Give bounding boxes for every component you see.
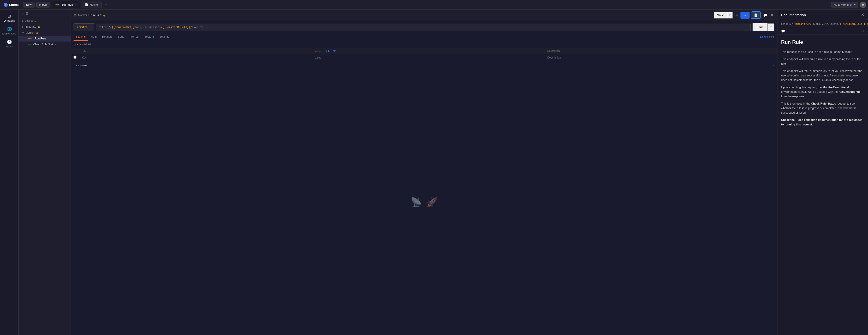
doc-paragraph-4: Upon executing this request, the Monitor…: [781, 85, 864, 99]
new-button[interactable]: New: [23, 2, 34, 7]
method-drop-icon: ▾: [85, 25, 87, 29]
key-input[interactable]: [82, 56, 309, 59]
code-button[interactable]: </>: [770, 35, 775, 39]
collection-integrate[interactable]: ▶ Integrate 🔒: [19, 24, 70, 30]
main-content: ⊞ Monitor / Run Rule 🔒 Save ▾ ✏ → 📋 💬: [71, 9, 868, 335]
tab-settings[interactable]: Settings: [157, 33, 172, 41]
url-input[interactable]: https:// {{MonitorUrl}} /api/v1/rulesets…: [96, 24, 751, 31]
doc-url-var2: {{MonitorRuleId}}: [840, 23, 865, 25]
sidebar-item-collections[interactable]: ⊞ Collections: [0, 11, 19, 24]
collection-item-check-rule-status[interactable]: GET Check Rule Status: [19, 41, 70, 47]
chevron-down-icon: ▶: [22, 32, 25, 34]
request-header-actions: Save ▾ ✏ → 📋 💬 ✕: [714, 11, 775, 19]
main-layout: ⊞ Collections 🌐 Environments 🕐 History +…: [0, 9, 868, 335]
filter-button[interactable]: ☰: [25, 11, 29, 16]
doc-paragraph-3: This endpoint will return immediately to…: [781, 69, 864, 82]
tab-tests[interactable]: Tests: [142, 33, 157, 41]
documentation-button[interactable]: 📋: [751, 11, 761, 19]
collection-item-run-rule[interactable]: POST Run Rule: [19, 36, 70, 41]
response-chevron-icon: ▾: [773, 64, 775, 67]
response-label: Response: [73, 64, 87, 67]
url-var2: {{MonitorRuleId}}: [162, 26, 190, 29]
cookies-button[interactable]: Cookies: [760, 35, 770, 39]
params-table: Key Value ··· Bulk Edit Description: [71, 47, 777, 61]
save-main-button[interactable]: Save: [714, 12, 727, 19]
doc-icon-row: 💬 ℹ: [777, 28, 868, 34]
send-button-group: Send ▾: [752, 23, 775, 31]
sidebar-item-history[interactable]: 🕐 History: [0, 37, 19, 50]
doc-paragraph-2: This endpoint will schedule a rule to ru…: [781, 57, 864, 66]
bulk-edit-button[interactable]: Bulk Edit: [325, 49, 335, 53]
rocket-icon: 🚀: [426, 197, 438, 207]
monitor-tab[interactable]: 📄 Monitor: [82, 1, 102, 8]
close-panel-button[interactable]: ✕: [769, 12, 775, 19]
doc-close-button[interactable]: ✕: [861, 12, 864, 17]
add-tab-button[interactable]: +: [103, 3, 108, 7]
save-dropdown-button[interactable]: ▾: [727, 12, 733, 19]
method-selector[interactable]: POST ▾: [73, 23, 94, 31]
request-header-bar: ⊞ Monitor / Run Rule 🔒 Save ▾ ✏ → 📋 💬: [71, 9, 777, 21]
request-tabs-bar: Params Auth Headers Body Pre-req. Tests …: [71, 33, 777, 41]
desc-input[interactable]: [547, 56, 775, 59]
tab-close-icon[interactable]: ✕: [75, 3, 77, 6]
response-section[interactable]: Response ▾: [71, 61, 777, 69]
tab-method-badge: POST: [55, 3, 61, 6]
doc-chat-icon[interactable]: 💬: [781, 29, 785, 33]
lock-icon: 🔒: [36, 32, 38, 34]
doc-info-icon[interactable]: ℹ: [863, 29, 864, 33]
monitor-collection-label: Monitor: [25, 31, 34, 34]
request-panel: ⊞ Monitor / Run Rule 🔒 Save ▾ ✏ → 📋 💬: [71, 9, 777, 335]
send-dropdown-button[interactable]: ▾: [768, 23, 775, 31]
more-options-icon[interactable]: ···: [321, 49, 324, 53]
sidebar-history-label: History: [6, 45, 13, 48]
doc-url-end: /execute: [865, 23, 868, 25]
active-request-tab[interactable]: POST Run Rule ✕: [52, 1, 80, 8]
breadcrumb: Monitor / Run Rule: [78, 13, 101, 17]
lock-icon: 🔒: [37, 26, 40, 28]
sidebar-item-environments[interactable]: 🌐 Environments: [0, 24, 19, 37]
more-options-button[interactable]: ···: [65, 11, 68, 16]
doc-paragraph-6: Check the Rules collection documentation…: [781, 118, 864, 127]
send-main-button[interactable]: Send: [752, 23, 768, 31]
doc-url-mid: /api/v1/rulesets/: [814, 23, 840, 25]
checkbox-col-header: [71, 47, 79, 54]
doc-url-prefix: https://: [781, 23, 793, 25]
tab-params[interactable]: Params: [73, 33, 88, 41]
collection-assist[interactable]: ▶ Assist 🔒: [19, 18, 70, 24]
chevron-right-icon: ▶: [22, 20, 24, 22]
query-params-section: Query Params Key Value ··· Bulk Edit Des…: [71, 41, 777, 61]
environments-icon: 🌐: [7, 27, 12, 32]
chat-button[interactable]: 💬: [762, 12, 768, 18]
doc-url: https://{{MonitorUrl}}/api/v1/rulesets/{…: [777, 20, 868, 28]
doc-paragraph-5: This is then used in the Check Rule Stat…: [781, 101, 864, 115]
app-name: Loome: [9, 3, 20, 7]
import-button[interactable]: Import: [36, 2, 50, 7]
row-checkbox[interactable]: [73, 56, 76, 59]
environment-selector[interactable]: No Environment ▾: [831, 2, 858, 7]
tab-headers[interactable]: Headers: [99, 33, 115, 41]
collections-icon: ⊞: [7, 13, 11, 19]
doc-req-title: Run Rule: [781, 38, 864, 46]
edit-button[interactable]: ✏: [735, 12, 739, 18]
app-logo-icon: L: [4, 3, 8, 7]
get-method-badge: GET: [26, 43, 32, 46]
user-avatar[interactable]: U: [860, 2, 866, 8]
add-collection-button[interactable]: +: [21, 11, 24, 16]
app-logo[interactable]: L Loome: [2, 3, 21, 7]
collection-monitor[interactable]: ▶ Monitor 🔒: [19, 30, 70, 36]
url-mid: /api/v1/rulesets/: [134, 26, 162, 29]
query-params-header: Query Params: [71, 41, 777, 47]
breadcrumb-root[interactable]: Monitor: [78, 13, 87, 17]
top-bar: L Loome New Import POST Run Rule ✕ 📄 Mon…: [0, 0, 868, 9]
tab-body[interactable]: Body: [115, 33, 127, 41]
forward-button[interactable]: →: [741, 12, 749, 19]
url-bar: POST ▾ https:// {{MonitorUrl}} /api/v1/r…: [71, 21, 777, 33]
tab-prereq[interactable]: Pre-req.: [127, 33, 142, 41]
tab-auth[interactable]: Auth: [88, 33, 99, 41]
value-col-header: Value ··· Bulk Edit: [312, 47, 545, 54]
lock-icon: 🔒: [103, 13, 106, 16]
value-input[interactable]: [314, 56, 542, 59]
monitor-tab-icon: 📄: [85, 3, 88, 6]
doc-paragraph-1: This request can be used to run a rule i…: [781, 50, 864, 54]
key-col-header: Key: [79, 47, 312, 54]
